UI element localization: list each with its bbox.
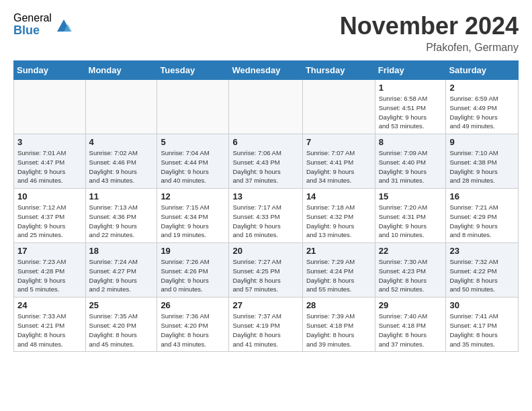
day-header-sunday: Sunday xyxy=(14,61,86,80)
calendar-body: 1Sunrise: 6:58 AM Sunset: 4:51 PM Daylig… xyxy=(14,80,519,352)
day-cell xyxy=(85,80,157,134)
day-info: Sunrise: 7:27 AM Sunset: 4:25 PM Dayligh… xyxy=(232,257,299,294)
day-number: 2 xyxy=(449,83,515,93)
logo-general: General xyxy=(13,12,52,24)
day-cell: 19Sunrise: 7:26 AM Sunset: 4:26 PM Dayli… xyxy=(157,243,229,298)
day-number: 17 xyxy=(17,246,83,256)
week-row-1: 1Sunrise: 6:58 AM Sunset: 4:51 PM Daylig… xyxy=(14,80,519,134)
day-number: 24 xyxy=(17,300,83,310)
day-info: Sunrise: 7:36 AM Sunset: 4:20 PM Dayligh… xyxy=(161,312,226,349)
day-cell: 13Sunrise: 7:17 AM Sunset: 4:33 PM Dayli… xyxy=(229,189,302,243)
day-info: Sunrise: 6:58 AM Sunset: 4:51 PM Dayligh… xyxy=(379,94,443,131)
day-header-friday: Friday xyxy=(375,61,446,80)
day-number: 22 xyxy=(379,246,443,256)
day-cell: 27Sunrise: 7:37 AM Sunset: 4:19 PM Dayli… xyxy=(229,298,302,352)
week-row-3: 10Sunrise: 7:12 AM Sunset: 4:37 PM Dayli… xyxy=(14,189,519,243)
day-number: 3 xyxy=(17,137,83,147)
day-number: 18 xyxy=(89,246,154,256)
day-header-tuesday: Tuesday xyxy=(157,61,229,80)
day-number: 20 xyxy=(232,246,299,256)
day-info: Sunrise: 7:04 AM Sunset: 4:44 PM Dayligh… xyxy=(161,148,226,185)
day-number: 12 xyxy=(161,191,226,201)
day-info: Sunrise: 6:59 AM Sunset: 4:49 PM Dayligh… xyxy=(449,94,515,131)
day-info: Sunrise: 7:17 AM Sunset: 4:33 PM Dayligh… xyxy=(232,203,299,240)
day-number: 13 xyxy=(232,191,299,201)
day-cell: 18Sunrise: 7:24 AM Sunset: 4:27 PM Dayli… xyxy=(85,243,157,298)
day-header-thursday: Thursday xyxy=(302,61,375,80)
day-info: Sunrise: 7:13 AM Sunset: 4:36 PM Dayligh… xyxy=(89,203,154,240)
calendar-table: SundayMondayTuesdayWednesdayThursdayFrid… xyxy=(13,60,519,352)
day-number: 30 xyxy=(449,300,515,310)
day-info: Sunrise: 7:24 AM Sunset: 4:27 PM Dayligh… xyxy=(89,257,154,294)
day-info: Sunrise: 7:26 AM Sunset: 4:26 PM Dayligh… xyxy=(161,257,226,294)
day-cell: 4Sunrise: 7:02 AM Sunset: 4:46 PM Daylig… xyxy=(85,134,157,189)
day-number: 27 xyxy=(232,300,299,310)
day-number: 21 xyxy=(306,246,372,256)
day-info: Sunrise: 7:29 AM Sunset: 4:24 PM Dayligh… xyxy=(306,257,372,294)
day-cell: 9Sunrise: 7:10 AM Sunset: 4:38 PM Daylig… xyxy=(446,134,519,189)
day-info: Sunrise: 7:39 AM Sunset: 4:18 PM Dayligh… xyxy=(306,312,372,349)
day-info: Sunrise: 7:35 AM Sunset: 4:20 PM Dayligh… xyxy=(89,312,154,349)
day-cell: 28Sunrise: 7:39 AM Sunset: 4:18 PM Dayli… xyxy=(302,298,375,352)
day-cell: 12Sunrise: 7:15 AM Sunset: 4:34 PM Dayli… xyxy=(157,189,229,243)
day-cell: 22Sunrise: 7:30 AM Sunset: 4:23 PM Dayli… xyxy=(375,243,446,298)
day-info: Sunrise: 7:18 AM Sunset: 4:32 PM Dayligh… xyxy=(306,203,372,240)
day-cell: 2Sunrise: 6:59 AM Sunset: 4:49 PM Daylig… xyxy=(446,80,519,134)
week-row-2: 3Sunrise: 7:01 AM Sunset: 4:47 PM Daylig… xyxy=(14,134,519,189)
day-info: Sunrise: 7:09 AM Sunset: 4:40 PM Dayligh… xyxy=(379,148,443,185)
day-cell xyxy=(302,80,375,134)
page-header: General Blue November 2024 Pfakofen, Ger… xyxy=(0,0,532,60)
day-info: Sunrise: 7:07 AM Sunset: 4:41 PM Dayligh… xyxy=(306,148,372,185)
day-info: Sunrise: 7:02 AM Sunset: 4:46 PM Dayligh… xyxy=(89,148,154,185)
day-number: 14 xyxy=(306,191,372,201)
day-header-saturday: Saturday xyxy=(446,61,519,80)
day-cell xyxy=(14,80,86,134)
day-cell: 6Sunrise: 7:06 AM Sunset: 4:43 PM Daylig… xyxy=(229,134,302,189)
day-header-monday: Monday xyxy=(85,61,157,80)
location: Pfakofen, Germany xyxy=(340,42,519,54)
day-number: 7 xyxy=(306,137,372,147)
day-number: 16 xyxy=(449,191,515,201)
day-info: Sunrise: 7:41 AM Sunset: 4:17 PM Dayligh… xyxy=(449,312,515,349)
day-cell: 23Sunrise: 7:32 AM Sunset: 4:22 PM Dayli… xyxy=(446,243,519,298)
title-block: November 2024 Pfakofen, Germany xyxy=(340,12,519,54)
day-info: Sunrise: 7:30 AM Sunset: 4:23 PM Dayligh… xyxy=(379,257,443,294)
day-number: 4 xyxy=(89,137,154,147)
day-cell: 17Sunrise: 7:23 AM Sunset: 4:28 PM Dayli… xyxy=(14,243,86,298)
day-cell: 20Sunrise: 7:27 AM Sunset: 4:25 PM Dayli… xyxy=(229,243,302,298)
day-info: Sunrise: 7:20 AM Sunset: 4:31 PM Dayligh… xyxy=(379,203,443,240)
day-number: 28 xyxy=(306,300,372,310)
day-number: 5 xyxy=(161,137,226,147)
day-number: 19 xyxy=(161,246,226,256)
day-info: Sunrise: 7:15 AM Sunset: 4:34 PM Dayligh… xyxy=(161,203,226,240)
day-number: 6 xyxy=(232,137,299,147)
day-info: Sunrise: 7:21 AM Sunset: 4:29 PM Dayligh… xyxy=(449,203,515,240)
day-number: 25 xyxy=(89,300,154,310)
day-number: 8 xyxy=(379,137,443,147)
day-cell: 15Sunrise: 7:20 AM Sunset: 4:31 PM Dayli… xyxy=(375,189,446,243)
day-cell: 21Sunrise: 7:29 AM Sunset: 4:24 PM Dayli… xyxy=(302,243,375,298)
day-cell: 29Sunrise: 7:40 AM Sunset: 4:18 PM Dayli… xyxy=(375,298,446,352)
day-cell: 8Sunrise: 7:09 AM Sunset: 4:40 PM Daylig… xyxy=(375,134,446,189)
day-number: 26 xyxy=(161,300,226,310)
calendar-header-row: SundayMondayTuesdayWednesdayThursdayFrid… xyxy=(14,61,519,80)
day-info: Sunrise: 7:37 AM Sunset: 4:19 PM Dayligh… xyxy=(232,312,299,349)
day-cell: 3Sunrise: 7:01 AM Sunset: 4:47 PM Daylig… xyxy=(14,134,86,189)
day-header-wednesday: Wednesday xyxy=(229,61,302,80)
day-number: 29 xyxy=(379,300,443,310)
day-cell: 10Sunrise: 7:12 AM Sunset: 4:37 PM Dayli… xyxy=(14,189,86,243)
day-info: Sunrise: 7:12 AM Sunset: 4:37 PM Dayligh… xyxy=(17,203,83,240)
day-number: 11 xyxy=(89,191,154,201)
day-number: 10 xyxy=(17,191,83,201)
day-cell: 5Sunrise: 7:04 AM Sunset: 4:44 PM Daylig… xyxy=(157,134,229,189)
day-cell: 26Sunrise: 7:36 AM Sunset: 4:20 PM Dayli… xyxy=(157,298,229,352)
week-row-4: 17Sunrise: 7:23 AM Sunset: 4:28 PM Dayli… xyxy=(14,243,519,298)
day-info: Sunrise: 7:40 AM Sunset: 4:18 PM Dayligh… xyxy=(379,312,443,349)
day-cell xyxy=(229,80,302,134)
day-cell: 30Sunrise: 7:41 AM Sunset: 4:17 PM Dayli… xyxy=(446,298,519,352)
day-cell: 14Sunrise: 7:18 AM Sunset: 4:32 PM Dayli… xyxy=(302,189,375,243)
day-number: 15 xyxy=(379,191,443,201)
day-info: Sunrise: 7:01 AM Sunset: 4:47 PM Dayligh… xyxy=(17,148,83,185)
month-title: November 2024 xyxy=(340,12,519,40)
logo: General Blue xyxy=(13,12,73,37)
